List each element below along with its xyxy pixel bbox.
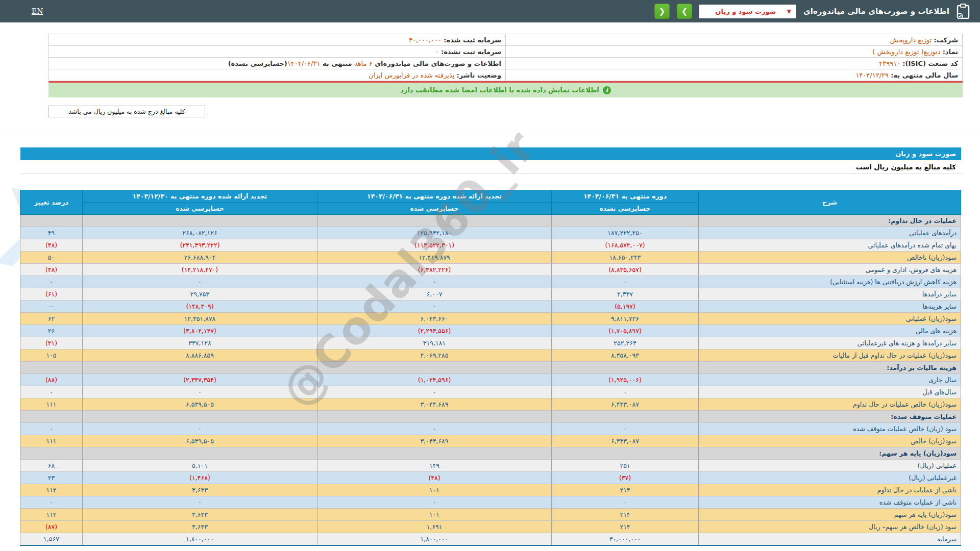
report-type-dropdown[interactable]: ▼ صورت سود و زیان	[699, 5, 796, 18]
cell-value: (۶۱)	[20, 288, 83, 300]
signature-match-text: اطلاعات نمایش داده شده با اطلاعات امضا ش…	[400, 86, 599, 94]
cell-value: ۰	[552, 386, 699, 398]
section-row: عملیات در حال تداوم:	[20, 215, 961, 227]
company-info-block: شرکت: توزیع داروپخش سرمایه ثبت شده: ۳۰,۰…	[48, 34, 963, 97]
cell-value: ۱,۸۰۰,۰۰۰	[317, 533, 552, 545]
cell-value: ۰	[20, 496, 83, 509]
cell-value: ۰	[20, 386, 83, 398]
company-label: شرکت:	[934, 36, 958, 44]
cell-value	[552, 362, 699, 374]
table-row: هزینه کاهش ارزش دریافتنی ها (هزینه استثن…	[20, 276, 961, 288]
cell-value: ۴۹	[20, 227, 83, 239]
cell-value	[317, 411, 552, 423]
cell-value: (۳۸)	[20, 264, 83, 276]
company-value: توزیع داروپخش	[890, 36, 932, 44]
cell-value: ۳,۶۳۳	[83, 509, 317, 521]
row-label: سایر درآمدها	[699, 288, 961, 300]
cell-value: ۰	[83, 496, 317, 509]
table-row: نماد: دتوزیع( توزیع داروپخش ) سرمایه ثبت…	[49, 46, 963, 58]
row-label: عملیات متوقف شده:	[699, 411, 961, 423]
cell-value: ۱۱۱	[20, 435, 83, 447]
info-circle-icon: i	[603, 86, 611, 94]
income-statement-table: شرح دوره منتهی به ۱۴۰۴/۰۶/۳۱ تجدید ارائه…	[20, 190, 961, 546]
row-label: بهای تمام شده درآمدهای عملیاتی	[699, 239, 961, 252]
cell-value: (۱۱۳,۵۲۲,۳۰۱)	[317, 239, 552, 252]
cell-value: ۰	[317, 300, 552, 313]
table-row: سرمایه۳۰,۰۰۰,۰۰۰۱,۸۰۰,۰۰۰۱,۸۰۰,۰۰۰۱,۵۶۷	[20, 533, 961, 545]
cell-value: ۱,۶۹۱	[317, 521, 552, 533]
row-label: سایر هزینه‌ها	[699, 300, 961, 313]
cell-value	[20, 447, 83, 460]
cell-value: ۲,۳۳۷	[552, 288, 699, 300]
report-type-selected-value: صورت سود و زیان	[715, 8, 776, 15]
cell-value: ۶,۰۰۷	[317, 288, 552, 300]
column-header-restated-yearend: تجدید ارائه شده دوره منتهی به ۱۴۰۳/۱۲/۳۰	[83, 190, 317, 203]
cell-value: ۶,۰۴۳,۶۶۰	[317, 313, 552, 325]
row-label: سایر درآمدها و هزینه های غیرعملیاتی	[699, 337, 961, 349]
cell-value: ۰	[20, 276, 83, 288]
symbol-cell: نماد: دتوزیع( توزیع داروپخش )	[506, 46, 963, 58]
cell-value: ۵,۱۰۱	[83, 460, 317, 472]
unregistered-capital-label: سرمایه ثبت نشده:	[441, 48, 501, 56]
cell-value: (۲۴۱,۳۹۳,۲۲۲)	[83, 239, 317, 252]
table-row: درآمدهای عملیاتی۱۸۷,۲۲۲,۲۵۰۱۲۵,۹۴۲,۱۸۰۲۶…	[20, 227, 961, 239]
table-row: سایر درآمدها و هزینه های غیرعملیاتی۲۵۲,۲…	[20, 337, 961, 349]
table-row: ناشی از عملیات در حال تداوم۲۱۴۱۰۱۳,۶۳۳۱۱…	[20, 484, 961, 496]
statement-header: شرح دوره منتهی به ۱۴۰۴/۰۶/۳۱ تجدید ارائه…	[20, 190, 961, 215]
cell-value	[83, 411, 317, 423]
cell-value: ۱۱۲	[20, 509, 83, 521]
table-row: سال مالی منتهی به: ۱۴۰۴/۱۲/۲۹ وضعیت ناشر…	[49, 69, 963, 81]
cell-value: ۲۳	[20, 472, 83, 484]
table-row: هزینه های فروش، اداری و عمومی(۸,۸۳۵,۶۵۷)…	[20, 264, 961, 276]
row-label: سود(زیان) خالص عملیات در حال تداوم	[699, 398, 961, 411]
english-language-link[interactable]: EN	[32, 7, 43, 15]
cell-value: (۳,۸۰۲,۱۴۷)	[83, 325, 317, 337]
table-row: سود(زیان) پایه هر سهم۲۱۴۱۰۱۳,۶۳۳۱۱۲	[20, 509, 961, 521]
symbol-value: دتوزیع( توزیع داروپخش )	[872, 48, 940, 56]
period-text: اطلاعات و صورت‌های مالی میاندوره‌ای	[373, 60, 501, 67]
cell-value: ۲۶۸,۰۸۲,۱۲۶	[83, 227, 317, 239]
row-label: ناشی از عملیات در حال تداوم	[699, 484, 961, 496]
section-row: سود(زیان) پایه هر سهم:	[20, 447, 961, 460]
previous-report-button[interactable]: ❮	[654, 4, 670, 19]
cell-value: ۱۲۵,۹۴۲,۱۸۰	[317, 227, 552, 239]
row-label: هزینه کاهش ارزش دریافتنی ها (هزینه استثن…	[699, 276, 961, 288]
table-row: سود (زیان) خالص هر سهم– ریال۲۱۴۱,۶۹۱۳,۶۳…	[20, 521, 961, 533]
row-label: هزینه های مالی	[699, 325, 961, 337]
cell-value: ۳,۶۳۳	[83, 521, 317, 533]
table-row: سایر هزینه‌ها(۵,۱۹۷)۰(۱۴۸,۳۰۹)--	[20, 300, 961, 313]
cell-value	[317, 215, 552, 227]
income-statement-table-wrap: شرح دوره منتهی به ۱۴۰۴/۰۶/۳۱ تجدید ارائه…	[20, 190, 961, 546]
cell-value: ۲۱۴	[552, 521, 699, 533]
publisher-status-value: پذیرفته شده در فرابورس ایران	[369, 71, 455, 79]
row-label: سود (زیان) خالص هر سهم– ریال	[699, 521, 961, 533]
cell-value: ۳,۰۴۴,۶۸۹	[317, 435, 552, 447]
cell-value: ۱,۵۶۷	[20, 533, 83, 545]
cell-value: ۱۸,۶۵۰,۲۴۳	[552, 252, 699, 264]
cell-value: ۴,۰۶۹,۲۸۵	[317, 349, 552, 362]
cell-value: (۱,۴۶۸)	[83, 472, 317, 484]
cell-value: ۶۸	[20, 460, 83, 472]
table-row: سود(زیان) ناخالص۱۸,۶۵۰,۲۴۳۱۲,۴۱۹,۸۷۹۲۶,۶…	[20, 252, 961, 264]
statement-body: عملیات در حال تداوم:درآمدهای عملیاتی۱۸۷,…	[20, 215, 961, 545]
period-months: ۶ ماهه	[352, 60, 373, 67]
row-label: سود (زیان) خالص عملیات متوقف شده	[699, 423, 961, 435]
row-label: سود(زیان) عملیاتی	[699, 313, 961, 325]
cell-value: ۲۶	[20, 325, 83, 337]
table-row: شرکت: توزیع داروپخش سرمایه ثبت شده: ۳۰,۰…	[49, 34, 963, 46]
period-end-date: ۱۴۰۴/۰۶/۳۱	[287, 60, 321, 67]
next-report-button[interactable]: ❯	[677, 4, 692, 19]
row-label: هزینه های فروش، اداری و عمومی	[699, 264, 961, 276]
cell-value: (۱,۹۲۵,۰۰۶)	[552, 374, 699, 386]
cell-value: ۳,۰۴۴,۶۸۹	[317, 398, 552, 411]
page-title: اطلاعات و صورت‌های مالی میاندوره‌ای	[803, 7, 949, 16]
fiscal-year-label: سال مالی منتهی به:	[891, 71, 958, 79]
period-ending-text: منتهی به	[320, 60, 352, 67]
column-header-percent-change: درصد تغییر	[20, 190, 83, 215]
cell-value: (۸,۸۳۵,۶۵۷)	[552, 264, 699, 276]
table-row: سال جاری(۱,۹۲۵,۰۰۶)(۱,۰۲۴,۵۹۶)(۲,۳۴۷,۳۵۴…	[20, 374, 961, 386]
table-row: سایر درآمدها۲,۳۳۷۶,۰۰۷۲۹,۷۵۳(۶۱)	[20, 288, 961, 300]
chevron-left-icon: ❮	[659, 7, 666, 16]
row-label: غیرعملیاتی (ریال)	[699, 472, 961, 484]
cell-value: ۸,۸۸۶,۸۵۹	[83, 349, 317, 362]
